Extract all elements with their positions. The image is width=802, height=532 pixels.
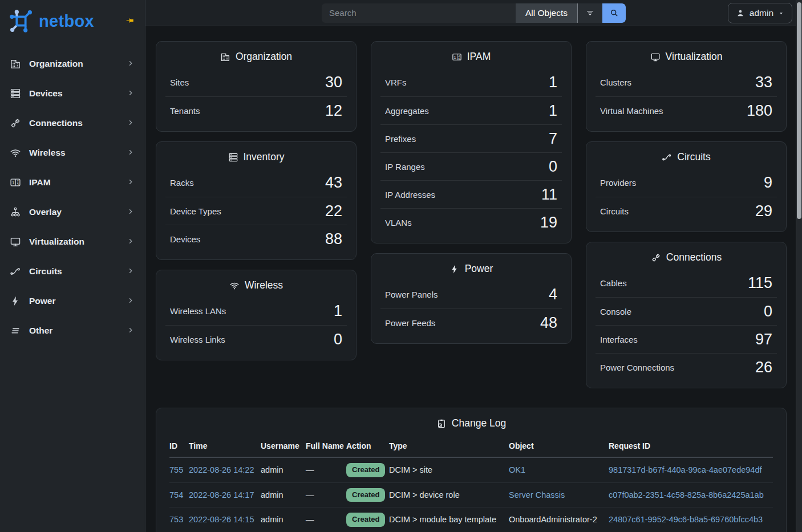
sidebar-item-wireless[interactable]: Wireless (0, 138, 145, 168)
stat-label: Device Types (170, 206, 221, 216)
card-title: Inventory (244, 151, 285, 163)
stat-row: Devices88 (165, 225, 347, 253)
vertical-scrollbar[interactable] (796, 0, 802, 532)
stat-value-link[interactable]: 9 (764, 175, 772, 190)
stat-row: Power Panels4 (380, 281, 562, 308)
sidebar-item-virtualization[interactable]: Virtualization (0, 227, 145, 257)
building-icon (220, 52, 230, 62)
request-id-link[interactable]: c07f0ab2-2351-4c58-825a-8b6a2425a1ab (609, 490, 764, 499)
scrollbar-thumb[interactable] (797, 2, 801, 219)
chevron-right-icon (127, 326, 135, 336)
column-header: Time (189, 436, 261, 457)
action-badge: Created (346, 463, 385, 477)
request-id-link[interactable]: 9817317d-b67f-440a-99ca-4ae07ede94df (609, 465, 762, 474)
change-id-link[interactable]: 754 (169, 490, 183, 499)
search-scope-button[interactable]: All Objects (516, 3, 577, 23)
search-input[interactable] (322, 3, 516, 23)
sidebar-item-other[interactable]: Other (0, 316, 145, 346)
chevron-right-icon (127, 148, 135, 158)
sidebar-item-label: Overlay (29, 207, 62, 217)
wifi-icon (229, 281, 240, 291)
stat-value-link[interactable]: 33 (755, 75, 772, 90)
stat-label: VRFs (385, 78, 407, 87)
change-object-link[interactable]: Server Chassis (509, 490, 565, 499)
card-organization: OrganizationSites30Tenants12 (156, 41, 357, 132)
wifi-icon (10, 147, 22, 159)
stat-label: VLANs (385, 218, 412, 228)
stat-value-link[interactable]: 43 (325, 175, 342, 190)
sidebar-item-overlay[interactable]: Overlay (0, 197, 145, 227)
stat-value-link[interactable]: 1 (334, 303, 342, 319)
stat-label: Wireless Links (170, 335, 225, 344)
stat-row: Aggregates1 (380, 96, 562, 124)
stat-value-link[interactable]: 1 (549, 75, 557, 90)
stat-value-link[interactable]: 180 (747, 103, 772, 119)
stat-row: IP Addresses11 (380, 180, 562, 208)
netbox-logo-icon[interactable] (8, 8, 34, 34)
stat-value-link[interactable]: 4 (549, 287, 557, 302)
sidebar-item-organization[interactable]: Organization (0, 49, 145, 79)
sidebar-item-circuits[interactable]: Circuits (0, 257, 145, 286)
change-time-link[interactable]: 2022-08-26 14:15 (189, 515, 254, 524)
sidebar-item-label: IPAM (29, 177, 51, 188)
stat-value-link[interactable]: 12 (325, 103, 342, 119)
column-header: ID (169, 436, 189, 457)
stat-value-link[interactable]: 88 (325, 232, 342, 247)
stat-label: Aggregates (385, 106, 429, 116)
stat-value-link[interactable]: 22 (325, 204, 342, 219)
table-row: 7552022-08-26 14:22admin—CreatedDCIM > s… (169, 457, 773, 482)
sidebar-item-connections[interactable]: Connections (0, 108, 145, 138)
transit-icon (10, 266, 22, 277)
change-fullname: — (306, 490, 314, 499)
stat-value-link[interactable]: 48 (540, 315, 557, 331)
sidebar-item-label: Devices (29, 88, 63, 99)
sidebar-item-power[interactable]: Power (0, 286, 145, 316)
stat-label: Power Connections (600, 363, 674, 372)
search-submit-button[interactable] (602, 3, 626, 23)
sidebar-item-ipam[interactable]: 125IPAM (0, 168, 145, 197)
change-fullname: — (306, 515, 314, 524)
change-object-link[interactable]: OK1 (509, 465, 525, 474)
stat-value-link[interactable]: 30 (325, 75, 342, 90)
svg-text:5: 5 (458, 57, 460, 60)
stat-label: Power Panels (385, 290, 438, 299)
pin-sidebar-button[interactable] (122, 13, 137, 30)
change-time-link[interactable]: 2022-08-26 14:22 (189, 465, 254, 474)
stat-value-link[interactable]: 115 (748, 275, 772, 291)
stat-value-link[interactable]: 26 (755, 360, 772, 375)
stat-value-link[interactable]: 7 (549, 131, 557, 147)
stat-value-link[interactable]: 29 (755, 204, 772, 219)
change-id-link[interactable]: 755 (169, 465, 183, 474)
user-menu-button[interactable]: admin (728, 3, 792, 23)
stat-value-link[interactable]: 0 (549, 159, 557, 174)
user-name: admin (750, 8, 773, 18)
card-title: Circuits (677, 151, 710, 163)
counter-icon: 125 (452, 52, 462, 62)
stat-value-link[interactable]: 0 (334, 332, 342, 347)
request-id-link[interactable]: 24807c61-9952-49c6-b8a5-69760bfcc4b3 (609, 515, 763, 524)
stat-value-link[interactable]: 97 (755, 332, 772, 347)
stat-value-link[interactable]: 19 (540, 215, 557, 230)
brand-name[interactable]: netbox (39, 12, 94, 31)
stat-value-link[interactable]: 11 (541, 187, 557, 202)
stat-row: Wireless Links0 (165, 325, 347, 353)
sidebar-item-devices[interactable]: Devices (0, 79, 145, 108)
change-id-link[interactable]: 753 (169, 515, 183, 524)
stat-value-link[interactable]: 1 (549, 103, 557, 119)
change-type: DCIM > module bay template (389, 515, 496, 524)
pin-icon (124, 15, 135, 26)
server-icon (10, 88, 22, 99)
search-filter-button[interactable] (577, 3, 602, 23)
main-area: All Objects admin (145, 0, 802, 532)
stat-value-link[interactable]: 0 (764, 304, 772, 319)
stat-label: Wireless LANs (170, 306, 226, 316)
cable-icon (10, 117, 22, 129)
change-type: DCIM > site (389, 465, 432, 474)
card-title: Organization (236, 51, 292, 63)
stat-row: Device Types22 (165, 197, 347, 225)
change-time-link[interactable]: 2022-08-26 14:17 (189, 490, 254, 499)
stat-label: Power Feeds (385, 318, 435, 328)
changelog-title: Change Log (452, 417, 506, 429)
svg-text:5: 5 (17, 182, 19, 186)
change-type: DCIM > device role (389, 490, 460, 499)
